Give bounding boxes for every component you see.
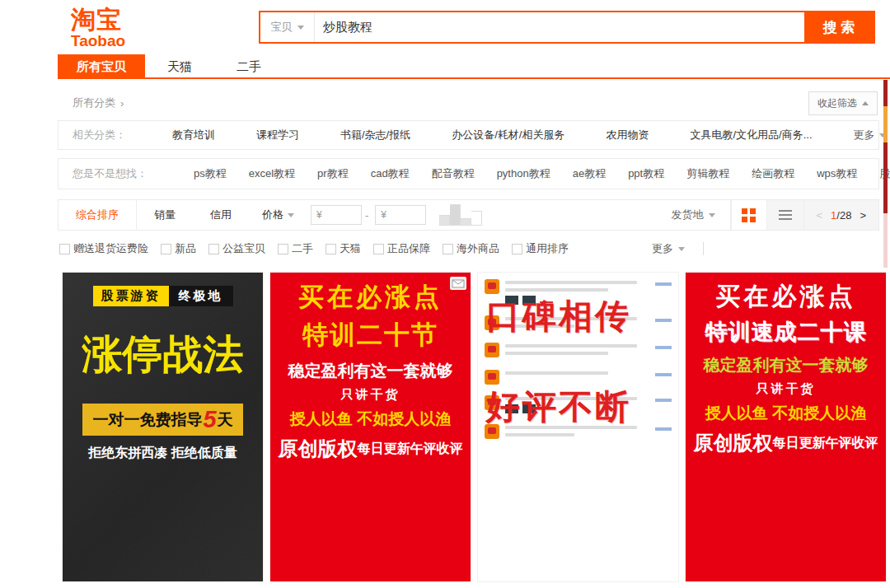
suggestions-list: ps教程excel教程pr教程cad教程配音教程python教程ae教程ppt教… bbox=[194, 166, 890, 181]
suggestion-link[interactable]: cad教程 bbox=[371, 166, 410, 181]
related-category-link[interactable]: 课程学习 bbox=[256, 128, 299, 142]
page-scrollbar[interactable] bbox=[883, 80, 888, 268]
filter-more-link[interactable]: 更多 bbox=[652, 241, 685, 256]
related-category-link[interactable]: 教育培训 bbox=[172, 128, 215, 142]
filter-checkbox[interactable]: 海外商品 bbox=[443, 241, 499, 256]
product-image[interactable]: 股票游资 终极地 涨停战法 一对一免费指导5天 拒绝东拼西凑 拒绝低质量 bbox=[63, 273, 263, 581]
product-image[interactable]: 买在必涨点 特训速成二十课 稳定盈利有这一套就够 只讲干货 授人以鱼 不如授人以… bbox=[686, 273, 886, 581]
next-page-button[interactable]: > bbox=[860, 209, 866, 222]
logo-cn-text: 淘宝 bbox=[71, 7, 125, 33]
search-input[interactable] bbox=[315, 12, 804, 42]
checkbox-icon bbox=[512, 244, 522, 254]
filter-checkbox[interactable]: 公益宝贝 bbox=[208, 241, 265, 256]
search-button[interactable]: 搜 索 bbox=[804, 12, 874, 42]
related-category-link[interactable]: 书籍/杂志/报纸 bbox=[340, 128, 410, 142]
review-link bbox=[655, 282, 672, 286]
suggestion-link[interactable]: 配音教程 bbox=[432, 166, 475, 181]
image-headline: 特训二十节 bbox=[302, 318, 438, 352]
image-text: 授人以鱼 不如授人以渔 bbox=[290, 408, 451, 430]
image-text: 稳定盈利有这一套就够 bbox=[704, 354, 869, 376]
product-grid: 股票游资 终极地 涨停战法 一对一免费指导5天 拒绝东拼西凑 拒绝低质量 ¥ 6… bbox=[62, 272, 887, 582]
tab-all-items[interactable]: 所有宝贝 bbox=[58, 54, 145, 77]
suggestion-link[interactable]: 绘画教程 bbox=[752, 166, 794, 181]
related-category-link[interactable]: 文具电教/文化用品/商务... bbox=[690, 128, 812, 142]
product-card[interactable]: 买在必涨点 特训二十节 稳定盈利有这一套就够 只讲干货 授人以鱼 不如授人以渔 … bbox=[269, 272, 471, 582]
review-link bbox=[655, 373, 672, 376]
taobao-search-page: 淘宝 Taobao 宝贝 搜 索 所有宝贝 天猫 二手 所有分类 › 收起筛选 bbox=[0, 0, 890, 588]
product-image[interactable]: 口碑相传 好评不断 bbox=[478, 273, 678, 581]
result-tabs: 所有宝贝 天猫 二手 bbox=[58, 54, 890, 79]
envelope-icon bbox=[450, 277, 466, 293]
filter-checkbox[interactable]: 通用排序 bbox=[512, 241, 569, 256]
product-info: ¥ 6000.00 包邮 3人付款 炒股教程指标公式股票技术分析短线中线长线游资… bbox=[63, 581, 263, 588]
checkbox-icon bbox=[373, 244, 384, 254]
product-info: ¥ 588.00 包邮 100+人付款 炒股教程短线视频学习课程 k线入门零基础… bbox=[270, 581, 471, 588]
image-overlay-text: 好评不断 bbox=[486, 385, 631, 430]
image-text: 原创版权 每日更新午评收评 bbox=[279, 436, 463, 462]
product-card[interactable]: 口碑相传 好评不断 ¥ 6.20 包邮 400+人付款 股票炒股股市视频实战教程… bbox=[477, 272, 679, 582]
image-headline: 买在必涨点 bbox=[716, 280, 856, 314]
sort-comprehensive[interactable]: 综合排序 bbox=[59, 200, 137, 230]
divider bbox=[703, 242, 704, 255]
review-link bbox=[655, 319, 672, 322]
avatar bbox=[485, 279, 499, 294]
suggestion-link[interactable]: excel教程 bbox=[249, 166, 295, 181]
sort-credit[interactable]: 信用 bbox=[193, 200, 249, 230]
related-categories-list: 教育培训课程学习书籍/杂志/报纸办公设备/耗材/相关服务农用物资文具电教/文化用… bbox=[172, 128, 854, 142]
collapse-filter-button[interactable]: 收起筛选 bbox=[808, 91, 878, 115]
suggestion-link[interactable]: ppt教程 bbox=[628, 166, 664, 181]
price-range-dash: - bbox=[365, 209, 368, 222]
ship-from-filter[interactable]: 发货地 bbox=[657, 200, 730, 230]
suggestion-link[interactable]: ps教程 bbox=[194, 166, 227, 181]
sort-price-label: 价格 bbox=[262, 208, 283, 222]
related-more-link[interactable]: 更多 bbox=[854, 128, 886, 142]
prev-page-button[interactable]: < bbox=[817, 209, 823, 222]
suggestion-link[interactable]: pr教程 bbox=[317, 166, 349, 181]
filter-checkbox[interactable]: 二手 bbox=[278, 241, 313, 256]
related-categories-label: 相关分类： bbox=[73, 128, 126, 142]
tab-tmall[interactable]: 天猫 bbox=[145, 54, 214, 77]
related-categories-panel: 相关分类： 教育培训课程学习书籍/杂志/报纸办公设备/耗材/相关服务农用物资文具… bbox=[58, 120, 879, 150]
sort-sales[interactable]: 销量 bbox=[137, 200, 193, 230]
related-category-link[interactable]: 农用物资 bbox=[606, 128, 649, 142]
filter-checkbox[interactable]: 新品 bbox=[161, 241, 196, 256]
search-suggestions-panel: 您是不是想找： ps教程excel教程pr教程cad教程配音教程python教程… bbox=[58, 158, 879, 189]
checkbox-icon bbox=[161, 244, 171, 254]
review-row bbox=[485, 343, 672, 359]
suggestion-link[interactable]: ae教程 bbox=[573, 166, 606, 181]
image-text: 只讲干货 bbox=[756, 381, 816, 397]
breadcrumb[interactable]: 所有分类 › bbox=[73, 96, 124, 110]
filter-checkbox[interactable]: 天猫 bbox=[326, 241, 361, 256]
related-category-link[interactable]: 办公设备/耗材/相关服务 bbox=[452, 128, 564, 142]
list-view-button[interactable] bbox=[767, 200, 803, 230]
related-more-label: 更多 bbox=[854, 128, 875, 142]
sort-bar-right: 发货地 < 1/28 > bbox=[657, 200, 879, 230]
breadcrumb-row: 所有分类 › 收起筛选 bbox=[58, 91, 879, 115]
filter-checkbox[interactable]: 赠送退货运费险 bbox=[59, 241, 148, 256]
tab-secondhand[interactable]: 二手 bbox=[214, 54, 283, 77]
suggestion-link[interactable]: python教程 bbox=[497, 166, 550, 181]
price-histogram-slider[interactable] bbox=[439, 204, 482, 226]
product-card[interactable]: 买在必涨点 特训速成二十课 稳定盈利有这一套就够 只讲干货 授人以鱼 不如授人以… bbox=[685, 272, 887, 582]
grid-view-button[interactable] bbox=[731, 200, 767, 230]
price-min-input[interactable]: ¥ bbox=[311, 205, 362, 225]
search-category-select[interactable]: 宝贝 bbox=[260, 12, 315, 42]
product-info: ¥ 6.20 包邮 400+人付款 股票炒股股市视频实战教程 人事子实战课 盘活… bbox=[478, 581, 678, 588]
filter-checkbox[interactable]: 正品保障 bbox=[373, 241, 430, 256]
taobao-logo[interactable]: 淘宝 Taobao bbox=[71, 7, 125, 49]
price-max-input[interactable]: ¥ bbox=[375, 205, 426, 225]
checkbox-label: 公益宝贝 bbox=[222, 241, 265, 256]
checkbox-label: 正品保障 bbox=[387, 241, 430, 256]
chevron-up-icon bbox=[862, 101, 869, 105]
sort-price[interactable]: 价格 bbox=[249, 200, 307, 230]
review-row bbox=[485, 370, 672, 385]
total-pages: /28 bbox=[836, 209, 851, 222]
product-card[interactable]: 股票游资 终极地 涨停战法 一对一免费指导5天 拒绝东拼西凑 拒绝低质量 ¥ 6… bbox=[62, 272, 264, 582]
suggestion-link[interactable]: wps教程 bbox=[817, 166, 857, 181]
checkbox-label: 赠送退货运费险 bbox=[73, 241, 148, 256]
checkbox-icon bbox=[278, 244, 288, 254]
review-link bbox=[655, 399, 672, 402]
product-image[interactable]: 买在必涨点 特训二十节 稳定盈利有这一套就够 只讲干货 授人以鱼 不如授人以渔 … bbox=[270, 273, 471, 581]
suggestion-link[interactable]: 剪辑教程 bbox=[686, 166, 729, 181]
page-indicator: 1/28 bbox=[831, 209, 851, 222]
